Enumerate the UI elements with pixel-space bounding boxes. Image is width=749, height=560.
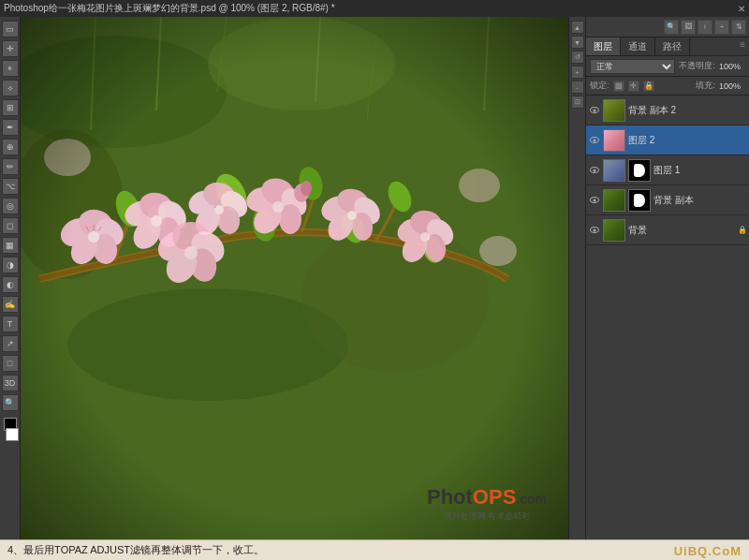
tool-move[interactable]: ✛	[2, 40, 19, 57]
fill-label: 填充:	[696, 80, 715, 92]
close-btn[interactable]: ✕	[738, 4, 745, 14]
mini-tool-zoom-out[interactable]: -	[571, 81, 584, 94]
tool-pen[interactable]: ✍	[2, 296, 19, 313]
bottom-right-watermark: UiBQ.CoM	[674, 544, 742, 558]
right-toolbar: 🔍 🖼 i + ⇅	[586, 17, 749, 37]
layer-name-layer1: 图层 1	[654, 164, 747, 177]
canvas-area: PhotOPS.com 照片处理网 有求必精彩	[21, 17, 568, 560]
logo-text: PhotOPS.com	[407, 485, 566, 509]
layer-thumb-layer1	[603, 159, 625, 182]
ops-part: OPS	[473, 485, 516, 508]
tool-text[interactable]: T	[2, 316, 19, 332]
lock-move[interactable]: ✛	[628, 81, 639, 92]
layer-item-layer1[interactable]: 图层 1	[586, 155, 749, 185]
tool-brush[interactable]: ✏	[2, 158, 19, 175]
mini-tool-fit[interactable]: ⊡	[571, 96, 584, 109]
layer-thumb-bg	[603, 219, 625, 242]
layers-panel: 图层 通道 路径 ≡ 正常 不透明度: 100%	[586, 37, 749, 539]
layer-item-bg[interactable]: 背景 🔒	[586, 215, 749, 245]
tool-zoom[interactable]: 🔍	[2, 394, 19, 411]
layer-name-bg: 背景	[628, 224, 738, 237]
tool-dodge[interactable]: ◐	[2, 276, 19, 293]
panel-tabs: 图层 通道 路径 ≡	[586, 37, 749, 56]
layer-mask-bg-copy	[628, 189, 651, 212]
layer-mode-row: 正常 不透明度: 100%	[586, 56, 749, 77]
fill-value: 100%	[719, 81, 745, 91]
tab-layers[interactable]: 图层	[586, 37, 621, 55]
layer-item-bg-copy2[interactable]: 背景 副本 2	[586, 96, 749, 125]
rt-icon-add[interactable]: +	[714, 20, 729, 35]
left-toolbar: ▭ ✛ ⌖ ⟡ ⊞ ✒ ⊕ ✏ ⌥ ◎ ◻ ▦ ◑ ◐ ✍ T ↗ □ 3D 🔍	[0, 17, 21, 560]
lock-checkerboard[interactable]: ▨	[613, 81, 624, 92]
layer-visibility-bg-copy2[interactable]	[588, 104, 601, 117]
right-panel: 🔍 🖼 i + ⇅ 图层 通道 路径 ≡	[585, 17, 749, 560]
tool-clone[interactable]: ⌥	[2, 178, 19, 195]
layer-name-bg-copy2: 背景 副本 2	[628, 104, 747, 117]
rt-icon-swap[interactable]: ⇅	[731, 20, 746, 35]
rt-icon-1[interactable]: 🔍	[664, 20, 679, 35]
rt-icon-info[interactable]: i	[698, 20, 712, 35]
layer-visibility-layer2[interactable]	[588, 134, 601, 147]
mini-toolbar-right: ▲ ▼ ↺ + - ⊡	[568, 17, 585, 560]
layer-mask-layer1	[628, 159, 651, 182]
opacity-label: 不透明度:	[679, 60, 715, 72]
title-text: Photoshop给一张梅花图片换上斑斓梦幻的背景.psd @ 100% (图层…	[4, 2, 335, 15]
mini-tool-rotate[interactable]: ↺	[571, 51, 584, 64]
tool-magic-wand[interactable]: ⟡	[2, 80, 19, 96]
main-layout: ▭ ✛ ⌖ ⟡ ⊞ ✒ ⊕ ✏ ⌥ ◎ ◻ ▦ ◑ ◐ ✍ T ↗ □ 3D 🔍	[0, 17, 749, 560]
watermark: PhotOPS.com 照片处理网 有求必精彩	[407, 485, 566, 523]
opacity-value: 100%	[719, 62, 745, 71]
mini-tool-zoom-in[interactable]: +	[571, 66, 584, 79]
tool-history[interactable]: ◎	[2, 198, 19, 214]
layer-name-layer2: 图层 2	[628, 134, 747, 147]
tool-marquee[interactable]: ▭	[2, 21, 19, 37]
lock-label: 锁定:	[590, 80, 609, 92]
tab-channels[interactable]: 通道	[621, 37, 655, 55]
com-part: .com	[516, 492, 547, 507]
layer-name-bg-copy: 背景 副本	[654, 194, 747, 207]
layer-lock-bg: 🔒	[738, 226, 747, 235]
layer-item-layer2[interactable]: 图层 2	[586, 125, 749, 155]
photo-caption: 照片处理网 有求必精彩	[407, 510, 566, 523]
tool-lasso[interactable]: ⌖	[2, 60, 19, 77]
tool-eyedropper[interactable]: ✒	[2, 119, 19, 136]
photo-part: Phot	[427, 485, 473, 508]
layer-visibility-bg[interactable]	[588, 224, 601, 237]
lock-all[interactable]: 🔒	[643, 81, 654, 92]
bottom-bar: 4、最后用TOPAZ ADJUST滤镜再整体调节一下，收工。 UiBQ.CoM	[0, 539, 749, 560]
layer-visibility-layer1[interactable]	[588, 164, 601, 177]
layer-visibility-bg-copy[interactable]	[588, 194, 601, 207]
tool-shape[interactable]: □	[2, 355, 19, 372]
tab-paths[interactable]: 路径	[655, 37, 690, 55]
blend-mode-select[interactable]: 正常	[590, 59, 675, 74]
tool-3d[interactable]: 3D	[2, 375, 19, 391]
layer-thumb-bg-copy2	[603, 99, 625, 122]
panel-menu-btn[interactable]: ≡	[736, 37, 749, 55]
tool-path-select[interactable]: ↗	[2, 335, 19, 352]
tool-gradient[interactable]: ▦	[2, 237, 19, 254]
canvas-image	[21, 17, 568, 560]
layer-item-bg-copy[interactable]: 背景 副本	[586, 185, 749, 215]
tool-blur[interactable]: ◑	[2, 257, 19, 273]
rt-icon-2[interactable]: 🖼	[681, 20, 696, 35]
mini-tool-1[interactable]: ▲	[571, 21, 584, 34]
mini-tool-2[interactable]: ▼	[571, 36, 584, 49]
status-text: 4、最后用TOPAZ ADJUST滤镜再整体调节一下，收工。	[7, 543, 264, 557]
lock-row: 锁定: ▨ ✛ 🔒 填充: 100%	[586, 77, 749, 96]
layer-thumb-layer2	[603, 129, 625, 152]
title-bar: Photoshop给一张梅花图片换上斑斓梦幻的背景.psd @ 100% (图层…	[0, 0, 749, 17]
svg-rect-71	[21, 17, 568, 560]
tool-crop[interactable]: ⊞	[2, 99, 19, 116]
background-color[interactable]	[6, 428, 19, 441]
tool-eraser[interactable]: ◻	[2, 217, 19, 234]
layer-thumb-bg-copy	[603, 189, 625, 212]
tool-healing[interactable]: ⊕	[2, 139, 19, 155]
